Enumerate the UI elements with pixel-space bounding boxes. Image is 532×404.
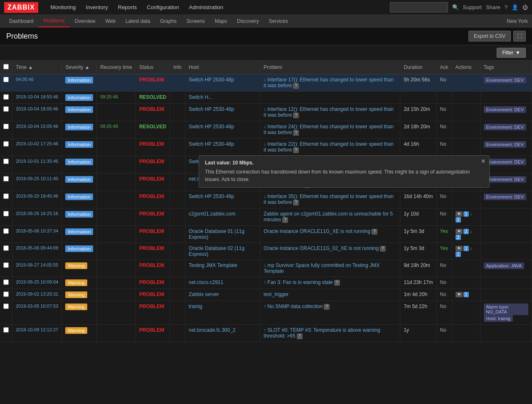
search-icon[interactable]: 🔍	[452, 4, 459, 10]
action-down-icon[interactable]: ↓	[470, 245, 472, 251]
user-icon[interactable]: 👤	[512, 4, 518, 10]
select-all-checkbox[interactable]	[3, 64, 9, 69]
row-host[interactable]: Switch HP 2530-48p	[185, 139, 260, 156]
tag-badge[interactable]: Environment: DEV	[484, 193, 526, 200]
subnav-latest-data[interactable]: Latest data	[121, 15, 155, 27]
help-icon[interactable]: ?	[505, 4, 507, 10]
action-down-icon[interactable]: ↓	[470, 228, 472, 234]
row-checkbox[interactable]	[3, 124, 9, 129]
tag-badge[interactable]: Environment: DEV	[484, 159, 526, 165]
action-flag-icon[interactable]: ⚑	[456, 211, 463, 217]
action-down-icon[interactable]: ↓	[470, 211, 472, 217]
tag-badge[interactable]: Environment: DEV	[484, 106, 526, 113]
search-input[interactable]	[390, 2, 448, 12]
row-checkbox[interactable]	[3, 211, 9, 216]
problem-link[interactable]: ↓Interface 17(): Ethernet has changed to…	[264, 77, 394, 88]
problem-help-icon[interactable]: ?	[293, 83, 299, 89]
zabbix-logo[interactable]: ZABBIX	[4, 2, 38, 13]
problem-link[interactable]: ↓Interface 12(): Ethernet has changed to…	[264, 106, 394, 118]
problem-link[interactable]: ↓Interface 24(): Ethernet has changed to…	[264, 124, 394, 135]
problem-help-icon[interactable]: ?	[293, 113, 299, 118]
power-icon[interactable]: ⏻	[522, 4, 528, 10]
problem-help-icon[interactable]: ?	[293, 147, 299, 153]
row-checkbox[interactable]	[3, 77, 9, 82]
row-checkbox[interactable]	[3, 245, 9, 251]
problem-help-icon[interactable]: ?	[293, 130, 299, 136]
row-host[interactable]: Switch HP 2530-48p	[185, 104, 260, 121]
filter-button[interactable]: Filter ▼	[497, 48, 526, 58]
problem-link[interactable]: Zabbix agent on c2gsm01.zabbix.com is un…	[264, 211, 393, 223]
problem-link[interactable]: Oracle instance ORACLE11G_XE is not runn…	[264, 228, 377, 234]
problem-link[interactable]: ↓Interface 35(): Ethernet has changed to…	[264, 193, 394, 205]
subnav-graphs[interactable]: Graphs	[155, 15, 181, 27]
problem-link[interactable]: ↑SLOT #0: TEMP #3: Temperature is above …	[264, 327, 380, 339]
row-host[interactable]: net.cisco.c2911	[185, 277, 260, 289]
row-checkbox[interactable]	[3, 193, 9, 199]
subnav-dashboard[interactable]: Dashboard	[4, 15, 39, 27]
row-checkbox[interactable]	[3, 291, 9, 297]
row-checkbox[interactable]	[3, 106, 9, 112]
tag-badge[interactable]: Application: JAVA	[484, 262, 525, 269]
problem-help-icon[interactable]: ?	[334, 280, 340, 286]
row-host[interactable]: Oracle Database 02 (11g Express)	[185, 243, 260, 260]
row-host[interactable]: net.brocade.fc.300_2	[185, 325, 260, 342]
problem-help-icon[interactable]: ?	[297, 333, 303, 339]
nav-configuration[interactable]: Configuration	[143, 2, 183, 13]
subnav-screens[interactable]: Screens	[182, 15, 210, 27]
col-time[interactable]: Time ▲	[12, 61, 62, 74]
tag-badge[interactable]: Environment: DEV	[484, 124, 526, 130]
problem-help-icon[interactable]: ?	[282, 217, 288, 223]
row-checkbox[interactable]	[3, 159, 9, 164]
row-checkbox[interactable]	[3, 141, 9, 147]
action-flag-icon[interactable]: ⚑	[456, 246, 463, 251]
support-link[interactable]: Support	[463, 4, 482, 10]
problem-link[interactable]: ↓mp Survivor Space fully committed on Te…	[264, 262, 379, 274]
row-host[interactable]: Switch HP 2530-48p	[185, 121, 260, 139]
problem-help-icon[interactable]: ?	[324, 304, 330, 310]
row-checkbox[interactable]	[3, 304, 9, 309]
tag-badge[interactable]: Environment: DEV	[484, 176, 526, 183]
export-csv-button[interactable]: Export to CSV	[468, 31, 511, 42]
problem-link[interactable]: ↑No SNMP data collection?	[264, 304, 330, 309]
subnav-maps[interactable]: Maps	[210, 15, 232, 27]
nav-reports[interactable]: Reports	[114, 2, 141, 13]
row-checkbox[interactable]	[3, 262, 9, 268]
row-host[interactable]: trainig	[185, 301, 260, 325]
problem-link[interactable]: test_trigger	[264, 291, 288, 297]
row-host[interactable]: Testing JMX Template	[185, 260, 260, 277]
row-host[interactable]: Zabbix server	[185, 289, 260, 301]
action-flag-icon[interactable]: ⚑	[456, 292, 463, 297]
tag-badge[interactable]: Host: trainig	[484, 315, 513, 322]
subnav-web[interactable]: Web	[100, 15, 120, 27]
row-checkbox[interactable]	[3, 327, 9, 333]
col-severity[interactable]: Severity ▲	[62, 61, 97, 74]
problem-link[interactable]: ↑Fan 3: Fan is in warning state?	[264, 279, 340, 285]
action-flag-icon[interactable]: ⚑	[456, 229, 463, 234]
nav-monitoring[interactable]: Monitoring	[47, 2, 80, 13]
nav-administration[interactable]: Administration	[185, 2, 227, 13]
row-checkbox[interactable]	[3, 228, 9, 234]
share-link[interactable]: Share	[486, 4, 500, 10]
tag-badge[interactable]: Environment: DEV	[484, 77, 526, 83]
tooltip-close-button[interactable]: ✕	[481, 158, 486, 164]
row-host[interactable]: c2gsm01.zabbix.com	[185, 208, 260, 226]
row-host[interactable]: Switch H...	[185, 92, 260, 104]
expand-button[interactable]: ⛶	[513, 31, 526, 42]
row-host[interactable]: Switch HP 2530-48p	[185, 74, 260, 92]
tag-badge[interactable]: Alarm.type: NO_DATA	[484, 304, 529, 315]
row-checkbox[interactable]	[3, 176, 9, 181]
subnav-problems[interactable]: Problems	[39, 15, 70, 27]
row-checkbox[interactable]	[3, 279, 9, 285]
row-host[interactable]: Switch HP 2530-48p	[185, 191, 260, 208]
subnav-services[interactable]: Services	[264, 15, 293, 27]
problem-link[interactable]: ↓Interface 22(): Ethernet has changed to…	[264, 141, 394, 153]
nav-inventory[interactable]: Inventory	[81, 2, 112, 13]
tag-badge[interactable]: Environment: DEV	[484, 141, 526, 148]
problem-help-icon[interactable]: ?	[293, 200, 299, 206]
row-checkbox[interactable]	[3, 94, 9, 100]
subnav-discovery[interactable]: Discovery	[232, 15, 264, 27]
problem-link[interactable]: Oracle instance ORACLE11G_02_XE is not r…	[264, 245, 386, 251]
row-host[interactable]: Oracle Database 01 (11g Express)	[185, 226, 260, 243]
problem-help-icon[interactable]: ?	[372, 229, 377, 235]
subnav-overview[interactable]: Overview	[69, 15, 100, 27]
